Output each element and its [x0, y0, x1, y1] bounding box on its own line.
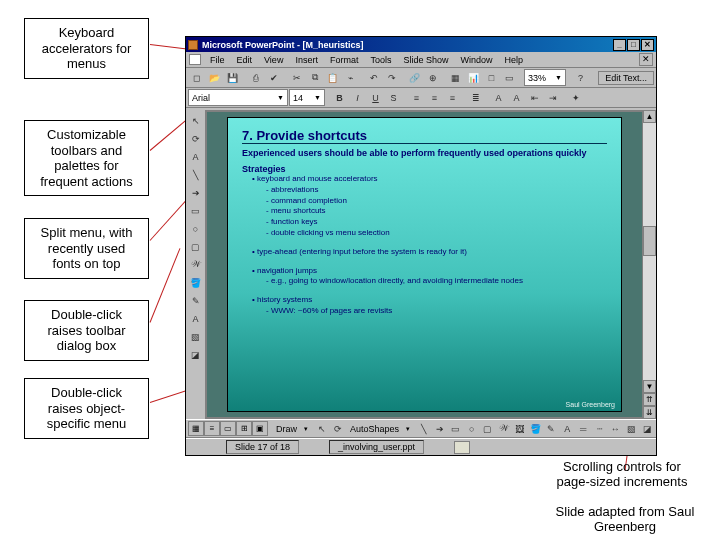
shadow-tool[interactable]: ▧ [187, 328, 204, 345]
scroll-down-button[interactable]: ▼ [643, 380, 656, 393]
wordart-button[interactable]: 𝒲 [497, 420, 511, 437]
callout-toolbars: Customizable toolbars and palettes for f… [24, 120, 149, 196]
menu-tools[interactable]: Tools [365, 54, 396, 66]
rect-tool[interactable]: ▭ [187, 202, 204, 219]
menu-view[interactable]: View [259, 54, 288, 66]
insert-table-button[interactable]: ▦ [447, 69, 464, 86]
menu-help[interactable]: Help [499, 54, 528, 66]
vertical-scrollbar[interactable]: ▲ ▼ ⇈ ⇊ [642, 110, 656, 419]
arrow-style-button[interactable]: ↔ [608, 420, 622, 437]
3d-tool[interactable]: ◪ [187, 346, 204, 363]
menu-edit[interactable]: Edit [232, 54, 258, 66]
font-size-dropdown[interactable]: 14▼ [289, 89, 325, 106]
italic-button[interactable]: I [349, 89, 366, 106]
spelling-button[interactable]: ✔ [265, 69, 282, 86]
align-center-button[interactable]: ≡ [426, 89, 443, 106]
copy-button[interactable]: ⧉ [306, 69, 323, 86]
align-right-button[interactable]: ≡ [444, 89, 461, 106]
oval-button[interactable]: ○ [465, 420, 479, 437]
scroll-track[interactable] [643, 123, 656, 380]
animation-button[interactable]: ✦ [567, 89, 584, 106]
promote-button[interactable]: ⇤ [526, 89, 543, 106]
hyperlink-button[interactable]: 🔗 [406, 69, 423, 86]
line-color-tool[interactable]: ✎ [187, 292, 204, 309]
line-style-button[interactable]: ═ [576, 420, 590, 437]
textbox-button[interactable]: ▢ [481, 420, 495, 437]
line-color-button[interactable]: ✎ [544, 420, 558, 437]
paste-button[interactable]: 📋 [324, 69, 341, 86]
titlebar[interactable]: Microsoft PowerPoint - [M_heuristics] _ … [186, 37, 656, 52]
menu-slideshow[interactable]: Slide Show [398, 54, 453, 66]
slide-canvas[interactable]: 7. Provide shortcuts Experienced users s… [207, 112, 642, 417]
close-button[interactable]: ✕ [641, 39, 654, 51]
shadow-button[interactable]: ▧ [624, 420, 638, 437]
shadow-button[interactable]: S [385, 89, 402, 106]
font-color-button[interactable]: A [560, 420, 574, 437]
scroll-thumb[interactable] [643, 226, 656, 256]
decrease-font-button[interactable]: A [508, 89, 525, 106]
demote-button[interactable]: ⇥ [544, 89, 561, 106]
menu-file[interactable]: File [205, 54, 230, 66]
help-button[interactable]: ? [572, 69, 589, 86]
textbox-tool[interactable]: ▢ [187, 238, 204, 255]
oval-tool[interactable]: ○ [187, 220, 204, 237]
text-tool[interactable]: A [187, 148, 204, 165]
underline-button[interactable]: U [367, 89, 384, 106]
font-color-tool[interactable]: A [187, 310, 204, 327]
menu-insert[interactable]: Insert [290, 54, 323, 66]
new-slide-button[interactable]: □ [483, 69, 500, 86]
clipart-button[interactable]: 🖼 [513, 420, 527, 437]
align-left-button[interactable]: ≡ [408, 89, 425, 106]
format-painter-button[interactable]: ⌁ [342, 69, 359, 86]
outline-view-button[interactable]: ≡ [204, 421, 220, 436]
open-button[interactable]: 📂 [206, 69, 223, 86]
slide-view-button[interactable]: ▭ [220, 421, 236, 436]
menu-window[interactable]: Window [455, 54, 497, 66]
prev-slide-button[interactable]: ⇈ [643, 393, 656, 406]
next-slide-button[interactable]: ⇊ [643, 406, 656, 419]
close-doc-button[interactable]: ✕ [639, 53, 653, 66]
sorter-view-button[interactable]: ⊞ [236, 421, 252, 436]
bold-button[interactable]: B [331, 89, 348, 106]
wordart-tool[interactable]: 𝒲 [187, 256, 204, 273]
3d-button[interactable]: ◪ [640, 420, 654, 437]
fill-color-tool[interactable]: 🪣 [187, 274, 204, 291]
rectangle-button[interactable]: ▭ [449, 420, 463, 437]
doc-icon[interactable] [189, 54, 201, 65]
font-dropdown[interactable]: Arial▼ [188, 89, 288, 106]
redo-button[interactable]: ↷ [383, 69, 400, 86]
save-button[interactable]: 💾 [224, 69, 241, 86]
status-icon[interactable] [454, 441, 470, 454]
web-toolbar-button[interactable]: ⊕ [424, 69, 441, 86]
edit-text-button[interactable]: Edit Text... [598, 71, 654, 85]
undo-button[interactable]: ↶ [365, 69, 382, 86]
free-rotate-button[interactable]: ⟳ [331, 420, 345, 437]
select-tool[interactable]: ↖ [187, 112, 204, 129]
minimize-button[interactable]: _ [613, 39, 626, 51]
print-button[interactable]: ⎙ [247, 69, 264, 86]
draw-menu[interactable]: Draw▾ [273, 422, 313, 436]
slide-layout-button[interactable]: ▭ [501, 69, 518, 86]
cut-button[interactable]: ✂ [288, 69, 305, 86]
dash-style-button[interactable]: ┄ [592, 420, 606, 437]
slideshow-view-button[interactable]: ▣ [252, 421, 268, 436]
line-button[interactable]: ╲ [417, 420, 431, 437]
arrow-tool[interactable]: ➔ [187, 184, 204, 201]
zoom-dropdown[interactable]: 33%▼ [524, 69, 566, 86]
standard-toolbar: ◻ 📂 💾 ⎙ ✔ ✂ ⧉ 📋 ⌁ ↶ ↷ 🔗 ⊕ ▦ 📊 □ ▭ 33%▼ ?… [186, 68, 656, 88]
rotate-tool[interactable]: ⟳ [187, 130, 204, 147]
scroll-up-button[interactable]: ▲ [643, 110, 656, 123]
increase-font-button[interactable]: A [490, 89, 507, 106]
menu-format[interactable]: Format [325, 54, 364, 66]
new-button[interactable]: ◻ [188, 69, 205, 86]
insert-chart-button[interactable]: 📊 [465, 69, 482, 86]
bullets-button[interactable]: ≣ [467, 89, 484, 106]
autoshapes-menu[interactable]: AutoShapes▾ [347, 422, 415, 436]
select-objects-button[interactable]: ↖ [315, 420, 329, 437]
maximize-button[interactable]: □ [627, 39, 640, 51]
fill-color-button[interactable]: 🪣 [529, 420, 543, 437]
arrow-button[interactable]: ➔ [433, 420, 447, 437]
line-tool[interactable]: ╲ [187, 166, 204, 183]
slide[interactable]: 7. Provide shortcuts Experienced users s… [227, 117, 622, 412]
normal-view-button[interactable]: ▦ [188, 421, 204, 436]
